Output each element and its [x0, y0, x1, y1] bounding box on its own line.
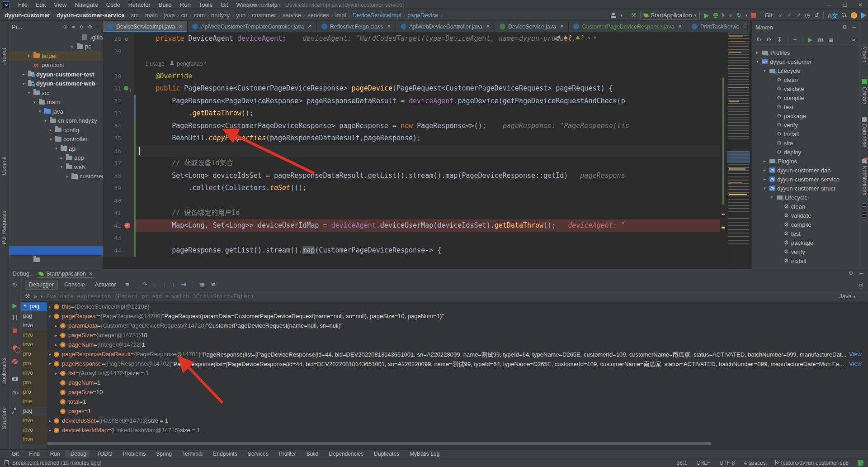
tree-chevron-icon[interactable]: ▸ [49, 352, 54, 357]
code-line[interactable]: 42 ✓ Map<Long, Set<Long>> deviceUserIdMa… [103, 219, 720, 232]
project-tree-item[interactable]: ▾ api [9, 144, 103, 153]
tool-window-button[interactable]: MyBatis Log [404, 450, 443, 457]
code-line[interactable]: 29 [103, 45, 720, 58]
tree-chevron-icon[interactable]: ▾ [66, 174, 71, 179]
maven-tree-item[interactable]: ⚙ clean [752, 202, 860, 211]
project-tree-item[interactable] [9, 200, 103, 209]
menu-item[interactable]: File [14, 0, 32, 10]
code-line[interactable]: 35 BeanUtil.copyProperties(pageResponseD… [103, 132, 720, 145]
project-tree-item[interactable]: ▸ config [9, 125, 103, 135]
maven-tree-item[interactable]: ▾ m dyyun-customer-struct [752, 184, 860, 193]
view-value-link[interactable]: View [846, 351, 862, 357]
prev-issue-chevron-icon[interactable]: ˄ [587, 35, 590, 40]
project-tree-item[interactable]: m pom.xml [9, 61, 103, 70]
stack-frame-item[interactable]: invo [21, 368, 47, 378]
line-number[interactable]: 37 [103, 157, 123, 170]
maven-tree-item[interactable]: ▾ Lifecycle [752, 66, 860, 75]
stack-frame-item[interactable]: invo [21, 435, 47, 444]
menu-item[interactable]: Run [176, 0, 195, 10]
inspections-widget[interactable]: 2 2 ˄ ˅ [554, 34, 596, 41]
maven-tree-item[interactable]: ⚙ verify [752, 120, 860, 129]
expand-all-icon[interactable]: ≍ [71, 24, 76, 30]
add-maven-project-icon[interactable]: + [793, 36, 797, 43]
collapse-all-icon[interactable]: ≎ [80, 24, 84, 30]
code-line[interactable]: 43 [103, 232, 720, 244]
project-tree-item[interactable]: ▾ cn.com.hndyzy [9, 116, 103, 126]
tree-chevron-icon[interactable]: ▾ [33, 100, 39, 105]
line-number[interactable]: 34 [103, 120, 123, 133]
tree-chevron-icon[interactable]: ▾ [756, 59, 762, 64]
gutter-icon[interactable] [123, 57, 134, 70]
layout-settings-icon[interactable]: ⊞ [859, 281, 863, 288]
tool-window-button-codota[interactable]: Codota [861, 87, 868, 105]
tree-chevron-icon[interactable]: ▾ [28, 91, 33, 95]
stop-button[interactable] [751, 13, 756, 18]
gutter-icon[interactable] [123, 120, 134, 133]
project-tree-item[interactable]: ▾ java [9, 107, 103, 116]
tool-window-button[interactable]: Dependencies [323, 450, 367, 457]
tree-chevron-icon[interactable]: ▸ [764, 159, 769, 163]
code-line[interactable]: 39 .collect(Collectors.toSet()); [103, 182, 720, 195]
variable-row[interactable]: pageNum = 1 [47, 378, 868, 387]
line-number[interactable]: 44 [103, 244, 123, 257]
build-hammer-icon[interactable]: ⚒ [631, 12, 637, 19]
run-maven-goal-icon[interactable]: ▶ [808, 36, 812, 43]
project-tree-item[interactable]: .gitlab-ci.yml [9, 33, 103, 42]
tree-chevron-icon[interactable]: ▾ [39, 109, 44, 114]
breadcrumb-item[interactable]: src› [131, 12, 145, 19]
step-into-icon[interactable]: ↓ [154, 281, 157, 288]
tree-chevron-icon[interactable]: ▸ [55, 333, 60, 338]
tree-chevron-icon[interactable]: ▸ [49, 305, 54, 309]
view-breakpoints-button[interactable] [12, 345, 18, 352]
rollback-icon[interactable]: ↺ [814, 12, 819, 19]
tool-window-button[interactable]: Problems [118, 450, 149, 457]
variable-row[interactable]: ▸ paramData = {CustomerPageDeviceRequest… [47, 321, 868, 330]
line-number[interactable]: 28 [103, 33, 123, 45]
git-branch-widget[interactable]: feature/dyyun-customer-sp8 [775, 460, 849, 466]
tool-window-button[interactable]: Run [45, 450, 63, 457]
tree-chevron-icon[interactable]: ▸ [49, 419, 54, 423]
rerun-icon[interactable]: ↻ [12, 282, 18, 288]
menu-item[interactable]: Edit [32, 0, 50, 10]
tool-window-button[interactable]: Commit [1, 157, 7, 175]
project-panel-title[interactable]: Pr... [12, 24, 22, 30]
project-tree-item[interactable]: ▾ web [9, 162, 103, 172]
view-value-link[interactable]: View [846, 360, 862, 367]
code-line[interactable]: 36 [103, 145, 720, 157]
search-everywhere-icon[interactable] [842, 13, 847, 18]
variable-row[interactable]: ▸ deviceIdsSet = {HashSet@14703} size = … [47, 416, 868, 425]
tool-window-button[interactable]: Project [1, 48, 7, 65]
line-number[interactable]: 36 [103, 145, 123, 157]
run-configuration-select[interactable]: StartApplication ▾ [640, 11, 700, 20]
stack-frame-item[interactable]: invo [21, 416, 47, 425]
tree-chevron-icon[interactable]: ▸ [61, 156, 66, 160]
reimport-icon[interactable]: ↻ [756, 36, 761, 43]
settings-gear-icon[interactable]: ⚙ [88, 24, 93, 30]
editor-tab[interactable]: DeviceServiceImpl.java ✕ [103, 21, 188, 32]
stack-frame-item[interactable]: invo [21, 425, 47, 435]
line-number[interactable]: 43 [103, 232, 123, 244]
line-number[interactable] [103, 57, 123, 70]
stack-frame-item[interactable]: pro [21, 359, 47, 368]
close-tab-icon[interactable]: ✕ [179, 24, 183, 29]
maven-tree-item[interactable]: ⚙ clean [752, 75, 860, 84]
user-icon[interactable] [611, 13, 616, 18]
project-tree-item[interactable]: ▸ dyyun-customer-test [9, 70, 103, 79]
project-tree-item[interactable]: ▾ dyyun-customer-web [9, 79, 103, 89]
variable-row[interactable]: pageSize = 10 [47, 387, 868, 397]
tree-chevron-icon[interactable]: ▾ [23, 81, 28, 86]
breadcrumb-item[interactable]: dyyun-customer-service› [57, 12, 131, 19]
gutter-icon[interactable] [123, 45, 134, 58]
tool-window-button[interactable]: Git [6, 450, 22, 457]
tool-window-button-maven[interactable]: Maven [861, 46, 868, 62]
menu-item[interactable]: Navigate [71, 0, 102, 10]
tree-chevron-icon[interactable]: ▸ [55, 343, 60, 347]
close-tab-icon[interactable]: ✕ [308, 24, 312, 29]
maven-tree-item[interactable]: ⚙ validate [752, 211, 860, 220]
plugin-play-icon[interactable] [861, 12, 866, 19]
maven-tree-item[interactable]: ⚙ validate [752, 84, 860, 93]
breadcrumb-item[interactable]: com› [194, 12, 212, 19]
tree-chevron-icon[interactable]: ▸ [55, 371, 60, 376]
maven-tree-item[interactable]: ⚙ test [752, 102, 860, 111]
stack-frame-item[interactable]: invo [21, 321, 47, 330]
